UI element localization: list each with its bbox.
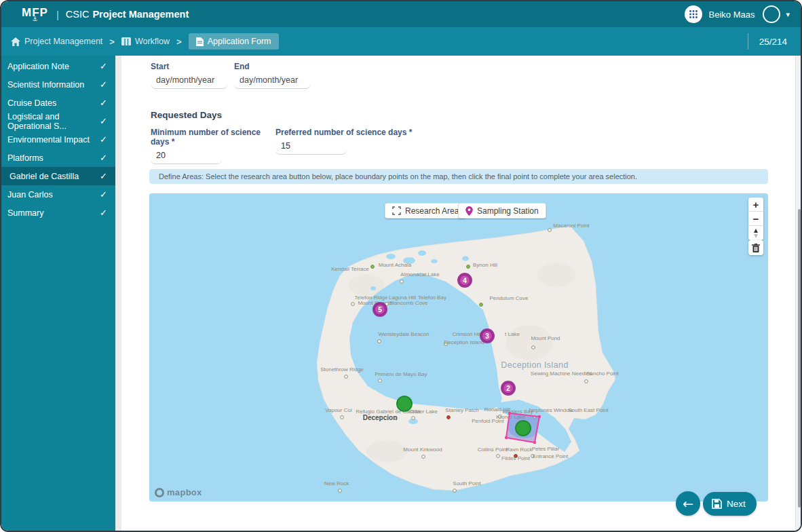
map-place-label: t Lake	[505, 331, 520, 337]
apps-grid-icon[interactable]	[685, 5, 702, 23]
end-date-input[interactable]	[234, 73, 311, 89]
map-place-label: Vapour Col	[325, 407, 352, 413]
mapbox-attribution[interactable]: mapbox	[155, 487, 202, 497]
page-title: Project Management	[92, 9, 189, 20]
save-icon	[712, 499, 722, 509]
polygon-vertex[interactable]	[505, 436, 508, 439]
expand-icon	[392, 206, 401, 215]
mapbox-logo-text: mapbox	[167, 487, 202, 497]
polygon-vertex[interactable]	[508, 412, 511, 415]
next-button[interactable]: Next	[703, 492, 757, 516]
sidebar-item-scientist-information[interactable]: Scientist Information✓	[1, 75, 115, 94]
min-days-label: Minimum number of science days *	[151, 128, 266, 147]
breadcrumb-separator: >	[176, 37, 182, 47]
sidebar-item-label: Scientist Information	[7, 80, 84, 90]
scrollbar-thumb[interactable]	[798, 209, 801, 508]
sampling-station-button[interactable]: Sampling Station	[458, 203, 546, 218]
breadcrumb-divider	[748, 33, 748, 50]
map-point-dot	[412, 417, 415, 420]
map-place-label: Fildes Point	[501, 455, 531, 461]
map-place-label: Crimson Hill	[452, 331, 481, 337]
pref-days-field: Preferred number of science days *	[275, 128, 412, 164]
sidebar-item-label: Logistical and Operational S...	[7, 112, 100, 131]
map-place-label: Sewing Machine Needles	[531, 370, 592, 377]
sidebar-item-platforms[interactable]: Platforms✓	[1, 149, 115, 167]
document-icon	[196, 37, 204, 46]
map-place-label: Pendulum Cove	[490, 295, 529, 301]
research-area-button[interactable]: Research Area	[385, 203, 466, 218]
sampling-station-marker[interactable]	[397, 396, 412, 411]
map-place-label: Mount Pond	[531, 335, 560, 341]
map-point-dot	[453, 489, 457, 493]
zoom-out-button[interactable]: −	[748, 212, 763, 226]
pin-icon	[465, 206, 473, 216]
breadcrumb-item-project-management[interactable]: Project Management	[11, 37, 102, 46]
sidebar-item-cruise-dates[interactable]: Cruise Dates✓	[1, 94, 115, 112]
svg-text:5: 5	[378, 306, 382, 314]
sidebar-item-environmental-impact[interactable]: Environmental Impact✓	[1, 130, 115, 149]
sidebar-item-gabriel-de-castilla[interactable]: Gabriel de Castilla✓	[1, 167, 115, 185]
app-window: MFP ⚓ | CSIC Project Management Beiko Ma…	[0, 0, 802, 532]
avatar[interactable]	[763, 5, 780, 23]
sidebar: Application Note✓Scientist Information✓C…	[1, 56, 115, 532]
map-place-label: New Rock	[324, 480, 349, 487]
check-icon: ✓	[100, 171, 107, 181]
map-point-dot	[422, 455, 425, 459]
map-point-dot	[351, 303, 355, 306]
numbered-area-marker[interactable]: 3	[481, 330, 493, 342]
zoom-in-button[interactable]: +	[748, 197, 763, 212]
scrollbar[interactable]	[795, 56, 802, 532]
map-canvas[interactable]: Macaroni PointMount AchalaKendall Terrac…	[149, 193, 768, 501]
sidebar-item-summary[interactable]: Summary✓	[1, 204, 115, 222]
pref-days-label: Preferred number of science days *	[275, 128, 412, 137]
back-arrow-icon: ←	[683, 496, 693, 511]
map-place-label: Kendall Terrace	[331, 266, 369, 272]
map-place-label: Stonethrow Ridge	[320, 366, 364, 373]
compass-icon	[753, 229, 759, 238]
breadcrumb-item-application-form[interactable]: Application Form	[189, 33, 279, 50]
chevron-down-icon[interactable]: ▾	[786, 10, 790, 19]
map-zoom-controls: + −	[748, 197, 763, 240]
apps-grid-glyph	[689, 10, 698, 19]
numbered-area-marker[interactable]: 5	[374, 303, 386, 316]
compass-button[interactable]	[748, 226, 763, 240]
map-place-label: Ravn Rock	[505, 446, 533, 453]
breadcrumb-item-workflow[interactable]: Workflow	[121, 37, 170, 46]
sidebar-item-juan-carlos[interactable]: Juan Carlos✓	[1, 185, 115, 204]
pref-days-input[interactable]	[275, 139, 347, 155]
map-point-dot	[400, 280, 404, 284]
numbered-area-marker[interactable]: 4	[459, 274, 471, 286]
check-icon: ✓	[100, 134, 107, 145]
check-icon: ✓	[100, 79, 107, 90]
map-place-label: Collins Point	[478, 446, 508, 453]
next-label: Next	[727, 499, 746, 509]
numbered-area-marker[interactable]: 2	[502, 382, 514, 394]
sidebar-item-application-note[interactable]: Application Note✓	[1, 57, 115, 75]
map-place-label: Petes Pillar	[532, 446, 560, 452]
map-container[interactable]: Macaroni PointMount AchalaKendall Terrac…	[149, 193, 768, 501]
app-header: MFP ⚓ | CSIC Project Management Beiko Ma…	[1, 1, 801, 27]
anchor-icon: ⚓	[32, 16, 37, 22]
map-place-label: Stanley Patch	[445, 407, 478, 413]
back-button[interactable]: ←	[676, 491, 700, 516]
header-org: CSIC	[66, 9, 90, 20]
map-place-label: Stancomb Cove	[389, 300, 428, 306]
start-date-input[interactable]	[151, 73, 227, 89]
polygon-vertex[interactable]	[538, 415, 541, 418]
check-icon: ✓	[100, 153, 107, 163]
check-icon: ✓	[100, 189, 107, 200]
sidebar-item-logistical-and-operational-s[interactable]: Logistical and Operational S...✓	[1, 112, 115, 130]
min-days-input[interactable]	[151, 149, 222, 164]
polygon-vertex[interactable]	[533, 441, 536, 444]
svg-text:2: 2	[506, 385, 510, 392]
map-point-dot	[447, 416, 451, 419]
sidebar-item-label: Gabriel de Castilla	[9, 172, 79, 181]
research-area-label: Research Area	[405, 206, 459, 216]
trash-icon	[752, 244, 760, 252]
map-place-label: Wensleydale Beacon	[378, 331, 429, 337]
sidebar-item-label: Application Note	[7, 62, 69, 71]
map-point-dot	[378, 340, 381, 343]
sampling-station-marker[interactable]	[516, 421, 531, 436]
map-point-dot	[585, 380, 588, 383]
delete-area-button[interactable]	[748, 240, 763, 255]
